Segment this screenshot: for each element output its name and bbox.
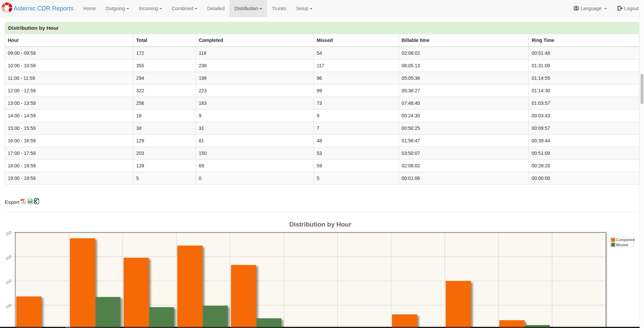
svg-text:Distribution by Hour: Distribution by Hour xyxy=(289,221,351,228)
svg-text:Missed: Missed xyxy=(616,243,628,247)
svg-text:CSV: CSV xyxy=(28,201,32,203)
svg-text:200: 200 xyxy=(5,254,13,261)
svg-text:250: 250 xyxy=(5,230,13,237)
svg-text:150: 150 xyxy=(5,279,13,285)
svg-text:Completed: Completed xyxy=(616,238,635,242)
svg-text:100: 100 xyxy=(5,303,13,309)
